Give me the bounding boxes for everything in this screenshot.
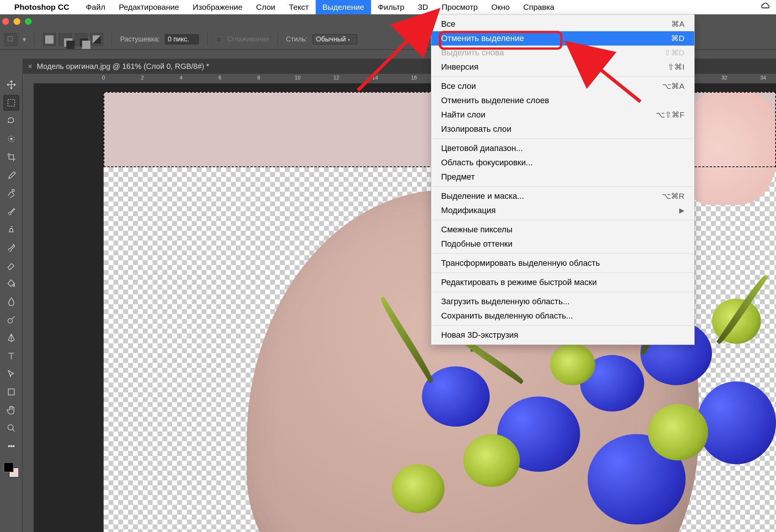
menu-item-label: Все	[441, 19, 455, 29]
menu-separator	[431, 220, 694, 220]
menubar-item-слои[interactable]: Слои	[249, 0, 282, 14]
menu-item[interactable]: Трансформировать выделенную область	[431, 256, 694, 270]
more-tools[interactable]	[3, 438, 19, 454]
menu-item-shortcut: ⇧⌘D	[664, 48, 684, 57]
svg-rect-1	[8, 99, 15, 106]
paint-bucket-tool[interactable]	[3, 276, 19, 291]
move-tool[interactable]	[3, 77, 19, 93]
window-minimize-button[interactable]	[14, 18, 20, 25]
pen-tool[interactable]	[3, 330, 19, 346]
hand-tool[interactable]	[3, 402, 19, 418]
menubar-item-фильтр[interactable]: Фильтр	[371, 0, 411, 14]
menu-item-label: Модификация	[441, 206, 496, 215]
menu-item[interactable]: Предмет	[431, 170, 694, 184]
add-selection-button[interactable]	[59, 33, 72, 46]
type-tool[interactable]	[3, 348, 19, 364]
menubar-item-3d[interactable]: 3D	[411, 0, 435, 14]
menu-item[interactable]: Все слои⌥⌘A	[431, 79, 694, 93]
close-tab-icon[interactable]: ×	[28, 62, 32, 71]
ruler-tick: 6	[218, 75, 221, 81]
menu-item-label: Сохранить выделенную область...	[441, 311, 573, 321]
menubar-item-редактирование[interactable]: Редактирование	[112, 0, 186, 14]
selection-menu-dropdown: Все⌘AОтменить выделение⌘DВыделить снова⇧…	[431, 14, 695, 345]
menu-item[interactable]: Отменить выделение⌘D	[431, 31, 694, 46]
menu-separator	[431, 186, 694, 187]
menu-item[interactable]: Выделение и маска...⌥⌘R	[431, 189, 694, 203]
menubar-item-окно[interactable]: Окно	[484, 0, 516, 14]
menu-item-label: Новая 3D-экструзия	[441, 330, 518, 340]
menubar-item-текст[interactable]: Текст	[282, 0, 316, 14]
menu-item[interactable]: Подобные оттенки	[431, 237, 694, 251]
lasso-tool[interactable]	[3, 113, 19, 129]
menu-separator	[431, 76, 694, 77]
spot-heal-tool[interactable]	[3, 185, 19, 201]
app-name[interactable]: Photoshop CC	[14, 3, 69, 12]
feather-input[interactable]	[165, 34, 199, 44]
menu-item[interactable]: Все⌘A	[431, 17, 694, 31]
history-brush-tool[interactable]	[3, 239, 19, 255]
menu-item-shortcut: ⇧⌘I	[668, 62, 684, 72]
style-select[interactable]: Обычный ▾	[313, 34, 357, 44]
eraser-tool[interactable]	[3, 258, 19, 273]
mac-menubar: Photoshop CC ФайлРедактированиеИзображен…	[0, 0, 776, 14]
menu-item[interactable]: Редактировать в режиме быстрой маски	[431, 275, 694, 290]
menubar-item-справка[interactable]: Справка	[516, 0, 561, 14]
menubar-item-просмотр[interactable]: Просмотр	[435, 0, 484, 14]
menu-item[interactable]: Найти слои⌥⇧⌘F	[431, 108, 694, 122]
blur-tool[interactable]	[3, 294, 19, 309]
menu-item[interactable]: Загрузить выделенную область...	[431, 294, 694, 309]
ruler-tick: 12	[333, 75, 339, 81]
antialias-label: Сглаживание	[227, 35, 269, 43]
menu-item-label: Редактировать в режиме быстрой маски	[441, 277, 597, 287]
ruler-tick: 2	[141, 75, 144, 81]
zoom-tool[interactable]	[3, 420, 19, 436]
menu-item-label: Отменить выделение	[441, 34, 524, 43]
menu-item-label: Загрузить выделенную область...	[441, 297, 570, 306]
menubar-status-area	[760, 3, 771, 12]
marquee-tool[interactable]	[3, 95, 19, 111]
subtract-selection-button[interactable]	[75, 33, 87, 46]
clone-stamp-tool[interactable]	[3, 221, 19, 237]
svg-rect-6	[8, 389, 14, 395]
menu-item[interactable]: Модификация▶	[431, 203, 694, 218]
window-close-button[interactable]	[2, 18, 9, 25]
menu-item[interactable]: Новая 3D-экструзия	[431, 328, 694, 342]
intersect-selection-button[interactable]	[90, 33, 103, 46]
menu-item[interactable]: Инверсия⇧⌘I	[431, 60, 694, 74]
menu-item: Выделить снова⇧⌘D	[431, 46, 694, 60]
color-swatches[interactable]	[3, 462, 20, 478]
path-select-tool[interactable]	[3, 366, 19, 382]
menu-separator	[431, 253, 694, 254]
dodge-tool[interactable]	[3, 312, 19, 328]
rectangle-tool[interactable]	[3, 384, 19, 400]
new-selection-button[interactable]	[43, 33, 56, 46]
menu-item[interactable]: Область фокусировки...	[431, 155, 694, 170]
menubar-item-выделение[interactable]: Выделение	[316, 0, 371, 14]
quick-select-tool[interactable]	[3, 131, 19, 147]
menu-item-label: Изолировать слои	[441, 124, 511, 134]
svg-point-4	[12, 189, 14, 192]
svg-point-3	[11, 138, 12, 140]
ruler-tick: 32	[721, 75, 727, 81]
document-tab[interactable]: × Модель оригинал.jpg @ 161% (Слой 0, RG…	[28, 62, 209, 71]
eyedropper-tool[interactable]	[3, 167, 19, 183]
antialias-checkbox[interactable]	[216, 37, 222, 43]
menu-item-label: Цветовой диапазон...	[441, 143, 523, 153]
ruler-tick: 34	[760, 75, 766, 81]
menu-item[interactable]: Отменить выделение слоев	[431, 93, 694, 108]
foreground-color-swatch[interactable]	[4, 462, 14, 472]
menubar-item-файл[interactable]: Файл	[79, 0, 112, 14]
menu-item[interactable]: Цветовой диапазон...	[431, 141, 694, 155]
menu-item[interactable]: Смежные пикселы	[431, 223, 694, 237]
cloud-sync-icon[interactable]	[760, 3, 771, 12]
tool-preset-button[interactable]	[5, 33, 17, 46]
brush-tool[interactable]	[3, 203, 19, 219]
menu-item[interactable]: Сохранить выделенную область...	[431, 309, 694, 323]
crop-tool[interactable]	[3, 149, 19, 165]
ruler-vertical[interactable]	[23, 84, 34, 532]
menubar-item-изображение[interactable]: Изображение	[186, 0, 249, 14]
menu-item-label: Смежные пикселы	[441, 225, 512, 235]
window-zoom-button[interactable]	[25, 18, 32, 25]
menu-item[interactable]: Изолировать слои	[431, 122, 694, 136]
menu-item-label: Все слои	[441, 81, 476, 91]
